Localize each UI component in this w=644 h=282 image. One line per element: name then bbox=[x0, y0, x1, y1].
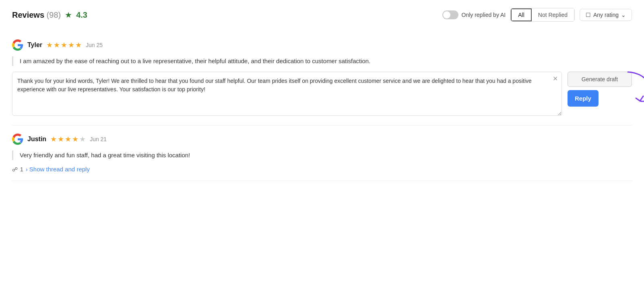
stars-tyler: ★ ★ ★ ★ ★ bbox=[46, 41, 82, 49]
reply-button-tyler[interactable]: Reply bbox=[568, 90, 599, 107]
page-container: Reviews (98) ★ 4.3 Only replied by AI Al… bbox=[0, 0, 644, 282]
chat-bubble-icon: ☍ bbox=[12, 166, 18, 173]
star-j1: ★ bbox=[50, 135, 57, 144]
thread-area-justin: ☍ 1 › Show thread and reply bbox=[12, 166, 632, 173]
review-card-tyler: Tyler ★ ★ ★ ★ ★ Jun 25 I am amazed by th… bbox=[12, 31, 632, 126]
review-text-justin: Very friendly and fun staff, had a great… bbox=[12, 150, 632, 160]
reviewer-name-tyler: Tyler bbox=[27, 41, 42, 49]
chat-icon: ☐ bbox=[586, 12, 591, 18]
reviews-count: (98) bbox=[47, 10, 61, 19]
rating-star-icon: ★ bbox=[65, 10, 72, 20]
google-icon-justin bbox=[12, 134, 23, 145]
thread-count-justin: 1 bbox=[20, 166, 23, 173]
reviews-title: Reviews (98) bbox=[12, 10, 61, 20]
rating-value: 4.3 bbox=[76, 10, 87, 20]
show-thread-label: Show thread and reply bbox=[29, 166, 90, 173]
star-j5-empty: ★ bbox=[79, 135, 86, 144]
filter-all-button[interactable]: All bbox=[511, 8, 532, 21]
filter-not-replied-button[interactable]: Not Replied bbox=[532, 8, 574, 21]
rating-filter-label: Any rating bbox=[593, 12, 619, 18]
only-replied-by-ai-toggle[interactable] bbox=[442, 10, 458, 19]
chevron-down-icon: ⌄ bbox=[621, 12, 626, 18]
header: Reviews (98) ★ 4.3 Only replied by AI Al… bbox=[12, 8, 632, 22]
toggle-label[interactable]: Only replied by AI bbox=[442, 10, 506, 19]
star-2: ★ bbox=[54, 41, 60, 49]
star-j3: ★ bbox=[65, 135, 71, 144]
reply-actions-tyler: Generate draft Reply bbox=[568, 72, 632, 107]
toggle-text: Only replied by AI bbox=[462, 12, 506, 18]
reply-textarea-wrapper-tyler: Thank you for your kind words, Tyler! We… bbox=[12, 72, 562, 117]
review-card-justin: Justin ★ ★ ★ ★ ★ Jun 21 Very friendly an… bbox=[12, 126, 632, 181]
reply-textarea-tyler[interactable]: Thank you for your kind words, Tyler! We… bbox=[12, 72, 562, 116]
show-thread-button-justin[interactable]: › Show thread and reply bbox=[26, 166, 90, 173]
generate-draft-button-tyler[interactable]: Generate draft bbox=[568, 72, 632, 87]
review-header-justin: Justin ★ ★ ★ ★ ★ Jun 21 bbox=[12, 134, 632, 145]
review-header-tyler: Tyler ★ ★ ★ ★ ★ Jun 25 bbox=[12, 39, 632, 51]
star-j4: ★ bbox=[72, 135, 78, 144]
chevron-right-icon: › bbox=[26, 166, 28, 173]
star-4: ★ bbox=[68, 41, 74, 49]
google-icon-tyler bbox=[12, 39, 23, 51]
reviewer-name-justin: Justin bbox=[27, 136, 46, 143]
stars-justin: ★ ★ ★ ★ ★ bbox=[50, 135, 86, 144]
review-date-tyler: Jun 25 bbox=[86, 42, 103, 48]
star-j2: ★ bbox=[58, 135, 64, 144]
review-text-tyler: I am amazed by the ease of reaching out … bbox=[12, 56, 632, 66]
star-3: ★ bbox=[61, 41, 67, 49]
header-right: Only replied by AI All Not Replied ☐ Any… bbox=[442, 8, 632, 22]
review-date-justin: Jun 21 bbox=[90, 136, 107, 142]
header-left: Reviews (98) ★ 4.3 bbox=[12, 10, 87, 20]
rating-filter-button[interactable]: ☐ Any rating ⌄ bbox=[580, 9, 632, 21]
clear-reply-button-tyler[interactable]: ✕ bbox=[553, 76, 558, 82]
reply-area-tyler: Thank you for your kind words, Tyler! We… bbox=[12, 72, 632, 117]
reply-btn-container: Reply bbox=[568, 90, 632, 107]
filter-buttons: All Not Replied bbox=[510, 8, 575, 22]
star-5: ★ bbox=[75, 41, 82, 49]
star-1: ★ bbox=[46, 41, 53, 49]
